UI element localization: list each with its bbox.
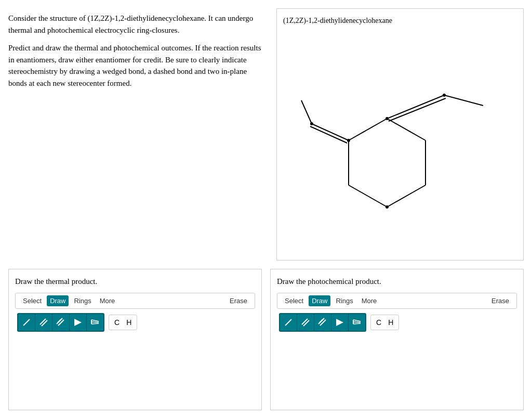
problem-text-paragraph1: Consider the structure of (1Z,2Z)-1,2-di… (8, 12, 264, 36)
photochemical-more-button[interactable]: More (358, 295, 380, 306)
photochemical-single-bond-btn[interactable] (280, 314, 297, 331)
photochemical-select-button[interactable]: Select (282, 295, 307, 306)
svg-line-2 (387, 185, 425, 207)
triple-bond-icon (56, 318, 65, 327)
thermal-single-bond-btn[interactable] (18, 314, 35, 331)
thermal-box-title: Draw the thermal product. (15, 276, 255, 288)
molecule-box: (1Z,2Z)-1,2-diethylidenecyclohexane (276, 8, 524, 261)
svg-line-29 (302, 319, 308, 324)
svg-line-3 (349, 185, 387, 207)
photochemical-box-title: Draw the photochemical product. (277, 276, 517, 288)
svg-line-26 (91, 323, 99, 324)
svg-line-11 (444, 95, 483, 106)
photochemical-wedge-dash-btn[interactable] (349, 314, 365, 331)
wedge-dash-icon (90, 318, 100, 327)
svg-line-5 (349, 119, 387, 140)
svg-line-7 (310, 126, 347, 143)
svg-line-25 (91, 322, 99, 322)
top-section: Consider the structure of (1Z,2Z)-1,2-di… (8, 8, 524, 261)
svg-line-19 (42, 320, 47, 326)
photochemical-draw-button[interactable]: Draw (309, 295, 330, 306)
page-container: Consider the structure of (1Z,2Z)-1,2-di… (0, 0, 532, 416)
single-bond-icon (284, 318, 293, 327)
svg-point-12 (347, 139, 350, 142)
problem-text-paragraph2: Predict and draw the thermal and photoch… (8, 42, 264, 89)
molecule-title: (1Z,2Z)-1,2-diethylidenecyclohexane (283, 15, 517, 26)
svg-line-0 (387, 119, 425, 140)
svg-marker-34 (336, 319, 343, 326)
thermal-draw-button[interactable]: Draw (47, 295, 69, 306)
photochemical-hydrogen-btn[interactable]: H (385, 316, 396, 329)
photochemical-double-bond-btn[interactable] (297, 314, 314, 331)
double-bond-icon (39, 318, 48, 327)
thermal-bond-tools (17, 313, 104, 332)
svg-line-37 (353, 323, 361, 324)
thermal-erase-button[interactable]: Erase (227, 295, 250, 306)
thermal-canvas[interactable] (15, 336, 255, 404)
photochemical-drawing-box: Draw the photochemical product. Select D… (270, 269, 524, 410)
svg-line-10 (389, 98, 446, 121)
photochemical-toolbar: Select Draw Rings More Erase (277, 293, 517, 309)
svg-point-13 (385, 117, 389, 120)
svg-line-35 (353, 320, 361, 321)
wedge-dash-icon (352, 318, 362, 327)
photochemical-canvas[interactable] (277, 336, 517, 404)
thermal-triple-bond-btn[interactable] (52, 314, 69, 331)
svg-line-28 (285, 319, 291, 326)
photochemical-atom-group: C H (370, 315, 399, 330)
photochemical-bond-tools (279, 313, 366, 332)
thermal-wedge-up-btn[interactable] (70, 314, 86, 331)
double-bond-icon (301, 318, 310, 327)
photochemical-triple-bond-btn[interactable] (314, 314, 331, 331)
single-bond-icon (22, 318, 31, 327)
photochemical-wedge-up-btn[interactable] (331, 314, 348, 331)
thermal-double-bond-btn[interactable] (35, 314, 52, 331)
thermal-hydrogen-btn[interactable]: H (123, 316, 135, 329)
svg-line-9 (387, 95, 444, 119)
wedge-up-icon (335, 318, 344, 327)
thermal-carbon-btn[interactable]: C (111, 316, 123, 329)
svg-line-24 (91, 320, 99, 321)
triple-bond-icon (318, 318, 327, 327)
wedge-up-icon (73, 318, 83, 327)
svg-marker-23 (74, 319, 82, 326)
bottom-section: Draw the thermal product. Select Draw Ri… (8, 269, 524, 410)
svg-point-16 (385, 205, 389, 209)
photochemical-rings-button[interactable]: Rings (332, 295, 356, 306)
molecule-svg (296, 43, 504, 241)
svg-line-18 (40, 319, 46, 324)
svg-point-15 (443, 94, 446, 97)
molecule-svg-container (283, 30, 517, 254)
thermal-atom-group: C H (109, 315, 137, 330)
thermal-rings-button[interactable]: Rings (71, 295, 94, 306)
svg-line-36 (353, 322, 361, 322)
svg-line-17 (23, 319, 30, 326)
svg-line-30 (303, 320, 309, 326)
svg-line-6 (312, 124, 349, 140)
thermal-drawing-box: Draw the thermal product. Select Draw Ri… (8, 269, 262, 410)
svg-line-8 (301, 100, 312, 124)
thermal-more-button[interactable]: More (97, 295, 118, 306)
thermal-select-button[interactable]: Select (20, 295, 45, 306)
photochemical-erase-button[interactable]: Erase (488, 295, 512, 306)
problem-text: Consider the structure of (1Z,2Z)-1,2-di… (8, 8, 268, 99)
thermal-wedge-dash-btn[interactable] (87, 314, 103, 331)
photochemical-carbon-btn[interactable]: C (373, 316, 384, 329)
svg-point-14 (310, 122, 313, 125)
thermal-toolbar: Select Draw Rings More Erase (15, 293, 255, 309)
